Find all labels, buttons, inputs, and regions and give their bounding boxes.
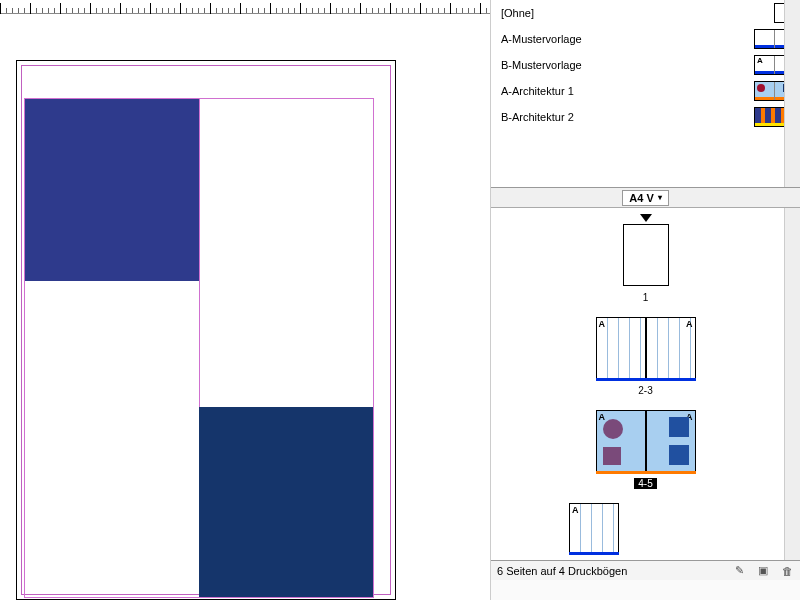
page-thumb-5[interactable]: A: [646, 410, 696, 472]
chevron-down-icon: ▾: [658, 193, 662, 202]
master-label: A-Architektur 1: [501, 85, 574, 97]
master-b-mustervorlage[interactable]: B-Mustervorlage A A: [491, 52, 800, 78]
masters-panel: [Ohne] A-Mustervorlage B-Mustervorlage A…: [491, 0, 800, 188]
pages-status-text: 6 Seiten auf 4 Druckbögen: [497, 565, 627, 577]
masters-scroll-gutter: [784, 0, 800, 187]
pages-footer: 6 Seiten auf 4 Druckbögen ✎ ▣ 🗑: [491, 560, 800, 580]
new-page-icon[interactable]: ▣: [756, 564, 770, 578]
document-canvas[interactable]: [0, 14, 490, 600]
pages-list[interactable]: 1 A A 2-3 A: [491, 208, 800, 560]
page-thumb-4[interactable]: A: [596, 410, 646, 472]
spread-2-3[interactable]: A A: [596, 317, 696, 379]
page-thumb-3[interactable]: A: [646, 317, 696, 379]
master-label: [Ohne]: [501, 7, 534, 19]
square-icon: [603, 447, 621, 465]
circle-icon: [603, 419, 623, 439]
square-icon: [669, 417, 689, 437]
delete-page-icon[interactable]: 🗑: [780, 564, 794, 578]
master-label: A-Mustervorlage: [501, 33, 582, 45]
master-label: B-Architektur 2: [501, 111, 574, 123]
pages-scrollbar[interactable]: [784, 208, 800, 560]
page-thumb-1[interactable]: [623, 224, 669, 286]
panels-sidebar: [Ohne] A-Mustervorlage B-Mustervorlage A…: [490, 0, 800, 600]
pages-toolbar: A4 V ▾: [491, 188, 800, 208]
page-size-label: A4 V: [629, 192, 653, 204]
spread-label-45: 4-5: [634, 478, 656, 489]
master-none[interactable]: [Ohne]: [491, 0, 800, 26]
circle-icon: [757, 84, 765, 92]
letter-a-left: A: [757, 56, 763, 65]
page-size-dropdown[interactable]: A4 V ▾: [622, 190, 668, 206]
page-thumb-2[interactable]: A: [596, 317, 646, 379]
spread-4-5[interactable]: A A: [596, 410, 696, 472]
start-indicator-icon: [640, 214, 652, 222]
master-badge: A: [572, 505, 579, 515]
page-thumb-6[interactable]: A: [569, 503, 619, 553]
master-label: B-Mustervorlage: [501, 59, 582, 71]
edit-page-icon[interactable]: ✎: [732, 564, 746, 578]
master-badge: A: [686, 319, 693, 329]
ruler-horizontal: [0, 0, 490, 14]
placed-rect-top-left[interactable]: [25, 99, 199, 281]
master-badge: A: [599, 319, 606, 329]
spread-6[interactable]: A: [569, 503, 619, 553]
spread-label-23: 2-3: [638, 385, 652, 396]
page-label-1: 1: [643, 292, 649, 303]
pages-panel: A4 V ▾ 1 A A 2-3: [491, 188, 800, 580]
master-b-architektur-2[interactable]: B-Architektur 2: [491, 104, 800, 130]
square-icon: [669, 445, 689, 465]
master-badge: A: [599, 412, 606, 422]
master-a-mustervorlage[interactable]: A-Mustervorlage: [491, 26, 800, 52]
page-margins: [24, 98, 374, 598]
master-a-architektur-1[interactable]: A-Architektur 1: [491, 78, 800, 104]
placed-rect-bottom-right[interactable]: [199, 407, 373, 597]
